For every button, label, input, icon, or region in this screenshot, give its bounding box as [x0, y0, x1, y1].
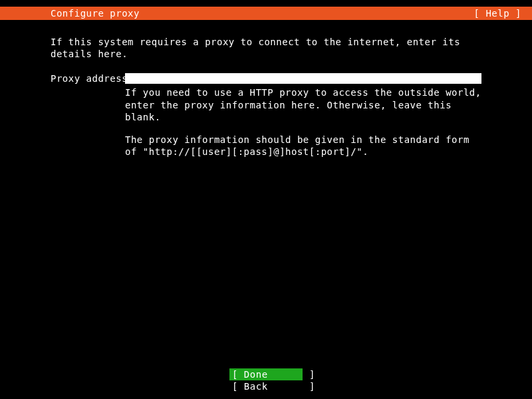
footer-buttons: [ Done ] [ Back ]: [0, 368, 532, 392]
page-title: Configure proxy: [51, 7, 140, 20]
back-button[interactable]: [ Back ]: [229, 380, 303, 392]
instruction-text: If this system requires a proxy to conne…: [51, 36, 481, 60]
done-button[interactable]: [ Done ]: [229, 368, 303, 380]
proxy-address-input[interactable]: [125, 73, 481, 84]
main-content: If this system requires a proxy to conne…: [0, 20, 532, 158]
top-black-bar: [0, 0, 532, 7]
proxy-hint-2: The proxy information should be given in…: [125, 134, 481, 158]
proxy-field-wrap: If you need to use a HTTP proxy to acces…: [125, 73, 481, 158]
proxy-label: Proxy address:: [51, 73, 125, 84]
header-bar: Configure proxy [ Help ]: [0, 7, 532, 20]
help-button[interactable]: [ Help ]: [474, 7, 521, 20]
proxy-hint-1: If you need to use a HTTP proxy to acces…: [125, 86, 481, 123]
proxy-form-row: Proxy address: If you need to use a HTTP…: [51, 73, 481, 158]
